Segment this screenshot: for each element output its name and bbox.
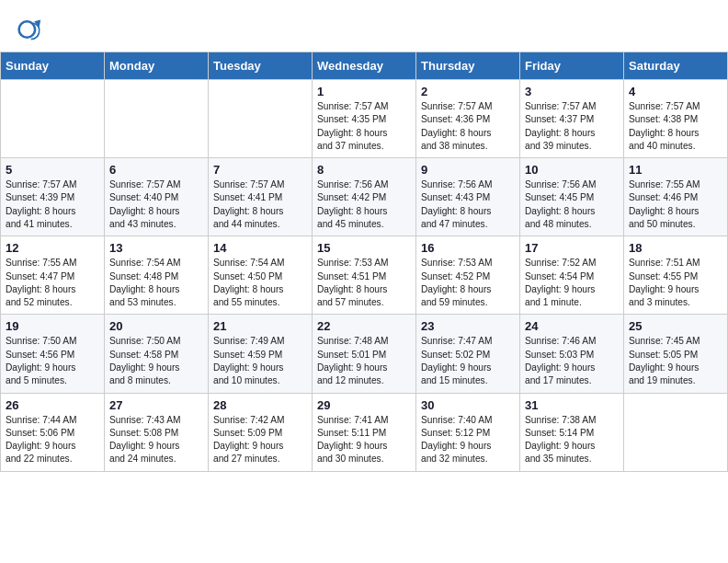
day-info: Sunrise: 7:57 AM Sunset: 4:36 PM Dayligh… <box>421 100 515 153</box>
calendar-cell <box>624 393 728 471</box>
day-number: 15 <box>317 241 411 255</box>
day-number: 12 <box>6 241 99 255</box>
day-number: 20 <box>109 319 203 333</box>
calendar-cell: 12Sunrise: 7:55 AM Sunset: 4:47 PM Dayli… <box>1 236 105 315</box>
calendar-week-row: 26Sunrise: 7:44 AM Sunset: 5:06 PM Dayli… <box>1 393 728 471</box>
calendar-cell: 17Sunrise: 7:52 AM Sunset: 4:54 PM Dayli… <box>520 236 624 315</box>
day-info: Sunrise: 7:53 AM Sunset: 4:52 PM Dayligh… <box>421 257 515 309</box>
calendar-cell: 28Sunrise: 7:42 AM Sunset: 5:09 PM Dayli… <box>209 393 313 471</box>
weekday-header-sunday: Sunday <box>1 52 105 80</box>
day-info: Sunrise: 7:41 AM Sunset: 5:11 PM Dayligh… <box>317 414 411 466</box>
day-info: Sunrise: 7:57 AM Sunset: 4:40 PM Dayligh… <box>109 178 203 231</box>
calendar-cell: 19Sunrise: 7:50 AM Sunset: 4:56 PM Dayli… <box>1 315 105 393</box>
calendar-cell: 23Sunrise: 7:47 AM Sunset: 5:02 PM Dayli… <box>416 315 520 393</box>
day-info: Sunrise: 7:46 AM Sunset: 5:03 PM Dayligh… <box>525 335 619 387</box>
day-info: Sunrise: 7:56 AM Sunset: 4:43 PM Dayligh… <box>421 178 515 231</box>
day-number: 14 <box>213 241 307 255</box>
day-number: 21 <box>213 319 307 333</box>
day-number: 2 <box>421 85 515 98</box>
calendar-cell: 16Sunrise: 7:53 AM Sunset: 4:52 PM Dayli… <box>416 236 520 315</box>
day-number: 6 <box>109 163 203 177</box>
day-info: Sunrise: 7:56 AM Sunset: 4:42 PM Dayligh… <box>317 178 411 231</box>
calendar-cell: 22Sunrise: 7:48 AM Sunset: 5:01 PM Dayli… <box>313 315 416 393</box>
day-info: Sunrise: 7:40 AM Sunset: 5:12 PM Dayligh… <box>421 414 515 466</box>
calendar-cell: 10Sunrise: 7:56 AM Sunset: 4:45 PM Dayli… <box>520 158 624 236</box>
calendar-cell <box>209 80 313 158</box>
weekday-header-saturday: Saturday <box>624 52 728 80</box>
day-info: Sunrise: 7:57 AM Sunset: 4:37 PM Dayligh… <box>525 100 619 153</box>
calendar-cell: 30Sunrise: 7:40 AM Sunset: 5:12 PM Dayli… <box>416 393 520 471</box>
day-info: Sunrise: 7:55 AM Sunset: 4:46 PM Dayligh… <box>629 178 722 231</box>
day-number: 28 <box>213 398 307 412</box>
day-info: Sunrise: 7:47 AM Sunset: 5:02 PM Dayligh… <box>421 335 515 387</box>
day-number: 29 <box>317 398 411 412</box>
header <box>0 0 728 52</box>
day-number: 5 <box>6 163 99 177</box>
day-number: 3 <box>525 85 619 98</box>
day-info: Sunrise: 7:53 AM Sunset: 4:51 PM Dayligh… <box>317 257 411 309</box>
day-number: 23 <box>421 319 515 333</box>
weekday-header-row: SundayMondayTuesdayWednesdayThursdayFrid… <box>1 52 728 80</box>
day-info: Sunrise: 7:57 AM Sunset: 4:35 PM Dayligh… <box>317 100 411 153</box>
calendar-cell: 24Sunrise: 7:46 AM Sunset: 5:03 PM Dayli… <box>520 315 624 393</box>
weekday-header-thursday: Thursday <box>416 52 520 80</box>
day-info: Sunrise: 7:54 AM Sunset: 4:48 PM Dayligh… <box>109 257 203 309</box>
day-info: Sunrise: 7:48 AM Sunset: 5:01 PM Dayligh… <box>317 335 411 387</box>
calendar-cell: 18Sunrise: 7:51 AM Sunset: 4:55 PM Dayli… <box>624 236 728 315</box>
calendar-week-row: 19Sunrise: 7:50 AM Sunset: 4:56 PM Dayli… <box>1 315 728 393</box>
day-info: Sunrise: 7:38 AM Sunset: 5:14 PM Dayligh… <box>525 414 619 466</box>
day-number: 17 <box>525 241 619 255</box>
calendar-cell: 14Sunrise: 7:54 AM Sunset: 4:50 PM Dayli… <box>209 236 313 315</box>
day-info: Sunrise: 7:43 AM Sunset: 5:08 PM Dayligh… <box>109 414 203 466</box>
day-info: Sunrise: 7:57 AM Sunset: 4:38 PM Dayligh… <box>629 100 722 153</box>
calendar-cell: 29Sunrise: 7:41 AM Sunset: 5:11 PM Dayli… <box>313 393 416 471</box>
day-number: 19 <box>6 319 99 333</box>
day-number: 16 <box>421 241 515 255</box>
weekday-header-tuesday: Tuesday <box>209 52 313 80</box>
calendar-cell <box>105 80 209 158</box>
calendar-week-row: 1Sunrise: 7:57 AM Sunset: 4:35 PM Daylig… <box>1 80 728 158</box>
calendar-cell: 13Sunrise: 7:54 AM Sunset: 4:48 PM Dayli… <box>105 236 209 315</box>
calendar-week-row: 5Sunrise: 7:57 AM Sunset: 4:39 PM Daylig… <box>1 158 728 236</box>
day-info: Sunrise: 7:49 AM Sunset: 4:59 PM Dayligh… <box>213 335 307 387</box>
day-info: Sunrise: 7:42 AM Sunset: 5:09 PM Dayligh… <box>213 414 307 466</box>
day-number: 22 <box>317 319 411 333</box>
day-number: 13 <box>109 241 203 255</box>
day-number: 18 <box>629 241 722 255</box>
calendar-cell: 9Sunrise: 7:56 AM Sunset: 4:43 PM Daylig… <box>416 158 520 236</box>
day-info: Sunrise: 7:44 AM Sunset: 5:06 PM Dayligh… <box>6 414 99 466</box>
calendar-cell: 11Sunrise: 7:55 AM Sunset: 4:46 PM Dayli… <box>624 158 728 236</box>
logo-icon <box>17 17 42 42</box>
weekday-header-friday: Friday <box>520 52 624 80</box>
day-info: Sunrise: 7:54 AM Sunset: 4:50 PM Dayligh… <box>213 257 307 309</box>
calendar-cell: 6Sunrise: 7:57 AM Sunset: 4:40 PM Daylig… <box>105 158 209 236</box>
weekday-header-monday: Monday <box>105 52 209 80</box>
day-number: 7 <box>213 163 307 177</box>
calendar-cell: 31Sunrise: 7:38 AM Sunset: 5:14 PM Dayli… <box>520 393 624 471</box>
day-info: Sunrise: 7:57 AM Sunset: 4:41 PM Dayligh… <box>213 178 307 231</box>
day-number: 31 <box>525 398 619 412</box>
day-number: 9 <box>421 163 515 177</box>
calendar-cell: 1Sunrise: 7:57 AM Sunset: 4:35 PM Daylig… <box>313 80 416 158</box>
calendar-cell: 15Sunrise: 7:53 AM Sunset: 4:51 PM Dayli… <box>313 236 416 315</box>
day-number: 4 <box>629 85 722 98</box>
day-info: Sunrise: 7:50 AM Sunset: 4:58 PM Dayligh… <box>109 335 203 387</box>
day-info: Sunrise: 7:55 AM Sunset: 4:47 PM Dayligh… <box>6 257 99 309</box>
day-info: Sunrise: 7:45 AM Sunset: 5:05 PM Dayligh… <box>629 335 722 387</box>
calendar-page: SundayMondayTuesdayWednesdayThursdayFrid… <box>0 0 728 563</box>
calendar-cell: 20Sunrise: 7:50 AM Sunset: 4:58 PM Dayli… <box>105 315 209 393</box>
day-number: 27 <box>109 398 203 412</box>
calendar-cell: 26Sunrise: 7:44 AM Sunset: 5:06 PM Dayli… <box>1 393 105 471</box>
day-number: 24 <box>525 319 619 333</box>
calendar-cell: 8Sunrise: 7:56 AM Sunset: 4:42 PM Daylig… <box>313 158 416 236</box>
calendar-cell: 5Sunrise: 7:57 AM Sunset: 4:39 PM Daylig… <box>1 158 105 236</box>
calendar-cell: 27Sunrise: 7:43 AM Sunset: 5:08 PM Dayli… <box>105 393 209 471</box>
day-info: Sunrise: 7:52 AM Sunset: 4:54 PM Dayligh… <box>525 257 619 309</box>
day-number: 10 <box>525 163 619 177</box>
calendar-cell: 25Sunrise: 7:45 AM Sunset: 5:05 PM Dayli… <box>624 315 728 393</box>
day-number: 8 <box>317 163 411 177</box>
calendar-cell: 21Sunrise: 7:49 AM Sunset: 4:59 PM Dayli… <box>209 315 313 393</box>
day-number: 1 <box>317 85 411 98</box>
calendar-cell: 3Sunrise: 7:57 AM Sunset: 4:37 PM Daylig… <box>520 80 624 158</box>
calendar-table: SundayMondayTuesdayWednesdayThursdayFrid… <box>0 52 728 472</box>
